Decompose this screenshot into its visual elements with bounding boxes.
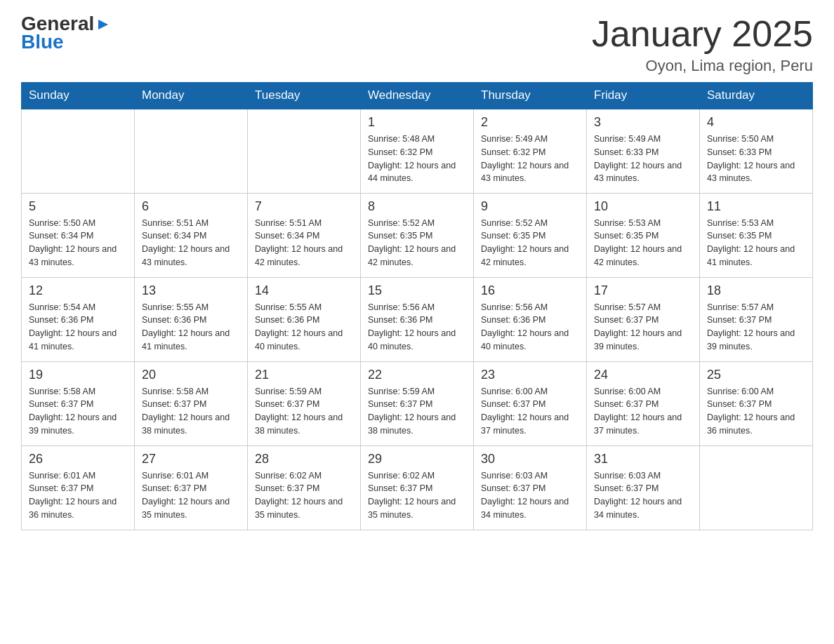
day-number: 30 (481, 452, 579, 467)
calendar-cell: 12Sunrise: 5:54 AMSunset: 6:36 PMDayligh… (22, 277, 135, 361)
day-info: Sunrise: 5:58 AMSunset: 6:37 PMDaylight:… (142, 385, 240, 438)
day-info: Sunrise: 5:55 AMSunset: 6:36 PMDaylight:… (142, 301, 240, 354)
day-info: Sunrise: 5:50 AMSunset: 6:33 PMDaylight:… (707, 133, 805, 185)
day-info: Sunrise: 5:50 AMSunset: 6:34 PMDaylight:… (29, 217, 127, 269)
calendar-header-thursday: Thursday (474, 83, 587, 109)
calendar-table: SundayMondayTuesdayWednesdayThursdayFrid… (21, 82, 813, 530)
day-number: 24 (594, 368, 692, 382)
day-info: Sunrise: 5:56 AMSunset: 6:36 PMDaylight:… (368, 301, 466, 354)
calendar-cell: 25Sunrise: 6:00 AMSunset: 6:37 PMDayligh… (700, 361, 813, 445)
calendar-cell: 8Sunrise: 5:52 AMSunset: 6:35 PMDaylight… (361, 193, 474, 277)
day-info: Sunrise: 6:00 AMSunset: 6:37 PMDaylight:… (594, 385, 692, 438)
calendar-header-sunday: Sunday (22, 83, 135, 109)
page-header: General Blue January 2025 Oyon, Lima reg… (21, 14, 813, 75)
day-number: 12 (29, 283, 127, 298)
day-number: 8 (368, 199, 466, 214)
day-info: Sunrise: 5:59 AMSunset: 6:37 PMDaylight:… (368, 385, 466, 438)
calendar-cell: 29Sunrise: 6:02 AMSunset: 6:37 PMDayligh… (361, 445, 474, 530)
day-number: 18 (707, 283, 805, 298)
day-number: 27 (142, 452, 240, 467)
calendar-cell: 24Sunrise: 6:00 AMSunset: 6:37 PMDayligh… (587, 361, 700, 445)
day-number: 10 (594, 199, 692, 214)
day-info: Sunrise: 5:52 AMSunset: 6:35 PMDaylight:… (481, 217, 579, 269)
day-info: Sunrise: 5:49 AMSunset: 6:33 PMDaylight:… (594, 133, 692, 185)
calendar-cell: 26Sunrise: 6:01 AMSunset: 6:37 PMDayligh… (22, 445, 135, 530)
calendar-week-row: 12Sunrise: 5:54 AMSunset: 6:36 PMDayligh… (22, 277, 813, 361)
day-info: Sunrise: 6:01 AMSunset: 6:37 PMDaylight:… (29, 469, 127, 522)
calendar-cell: 2Sunrise: 5:49 AMSunset: 6:32 PMDaylight… (474, 109, 587, 193)
calendar-cell: 13Sunrise: 5:55 AMSunset: 6:36 PMDayligh… (135, 277, 248, 361)
calendar-header-tuesday: Tuesday (248, 83, 361, 109)
day-info: Sunrise: 5:52 AMSunset: 6:35 PMDaylight:… (368, 217, 466, 269)
calendar-cell: 1Sunrise: 5:48 AMSunset: 6:32 PMDaylight… (361, 109, 474, 193)
day-info: Sunrise: 5:51 AMSunset: 6:34 PMDaylight:… (142, 217, 240, 269)
day-number: 7 (255, 199, 353, 214)
day-info: Sunrise: 6:00 AMSunset: 6:37 PMDaylight:… (707, 385, 805, 438)
day-info: Sunrise: 6:02 AMSunset: 6:37 PMDaylight:… (368, 469, 466, 522)
calendar-cell: 27Sunrise: 6:01 AMSunset: 6:37 PMDayligh… (135, 445, 248, 530)
calendar-week-row: 19Sunrise: 5:58 AMSunset: 6:37 PMDayligh… (22, 361, 813, 445)
title-area: January 2025 Oyon, Lima region, Peru (592, 14, 813, 75)
day-number: 20 (142, 368, 240, 382)
day-number: 21 (255, 368, 353, 382)
day-number: 3 (594, 115, 692, 130)
day-number: 13 (142, 283, 240, 298)
calendar-cell: 4Sunrise: 5:50 AMSunset: 6:33 PMDaylight… (700, 109, 813, 193)
calendar-cell: 15Sunrise: 5:56 AMSunset: 6:36 PMDayligh… (361, 277, 474, 361)
day-number: 14 (255, 283, 353, 298)
day-number: 5 (29, 199, 127, 214)
day-number: 25 (707, 368, 805, 382)
calendar-cell: 14Sunrise: 5:55 AMSunset: 6:36 PMDayligh… (248, 277, 361, 361)
day-info: Sunrise: 6:03 AMSunset: 6:37 PMDaylight:… (481, 469, 579, 522)
calendar-cell: 9Sunrise: 5:52 AMSunset: 6:35 PMDaylight… (474, 193, 587, 277)
calendar-cell: 22Sunrise: 5:59 AMSunset: 6:37 PMDayligh… (361, 361, 474, 445)
calendar-cell: 3Sunrise: 5:49 AMSunset: 6:33 PMDaylight… (587, 109, 700, 193)
day-number: 28 (255, 452, 353, 467)
calendar-cell: 28Sunrise: 6:02 AMSunset: 6:37 PMDayligh… (248, 445, 361, 530)
calendar-cell: 6Sunrise: 5:51 AMSunset: 6:34 PMDaylight… (135, 193, 248, 277)
calendar-cell: 16Sunrise: 5:56 AMSunset: 6:36 PMDayligh… (474, 277, 587, 361)
day-number: 6 (142, 199, 240, 214)
calendar-header-monday: Monday (135, 83, 248, 109)
calendar-cell (22, 109, 135, 193)
day-number: 19 (29, 368, 127, 382)
location-title: Oyon, Lima region, Peru (592, 57, 813, 75)
calendar-cell: 19Sunrise: 5:58 AMSunset: 6:37 PMDayligh… (22, 361, 135, 445)
svg-marker-0 (98, 20, 108, 29)
calendar-header-saturday: Saturday (700, 83, 813, 109)
day-info: Sunrise: 5:55 AMSunset: 6:36 PMDaylight:… (255, 301, 353, 354)
day-info: Sunrise: 6:02 AMSunset: 6:37 PMDaylight:… (255, 469, 353, 522)
calendar-cell: 7Sunrise: 5:51 AMSunset: 6:34 PMDaylight… (248, 193, 361, 277)
day-number: 11 (707, 199, 805, 214)
calendar-cell: 20Sunrise: 5:58 AMSunset: 6:37 PMDayligh… (135, 361, 248, 445)
calendar-cell: 30Sunrise: 6:03 AMSunset: 6:37 PMDayligh… (474, 445, 587, 530)
day-number: 15 (368, 283, 466, 298)
logo: General Blue (21, 14, 111, 52)
day-info: Sunrise: 5:56 AMSunset: 6:36 PMDaylight:… (481, 301, 579, 354)
day-number: 26 (29, 452, 127, 467)
day-number: 16 (481, 283, 579, 298)
day-number: 17 (594, 283, 692, 298)
day-info: Sunrise: 5:49 AMSunset: 6:32 PMDaylight:… (481, 133, 579, 185)
calendar-cell: 10Sunrise: 5:53 AMSunset: 6:35 PMDayligh… (587, 193, 700, 277)
day-number: 2 (481, 115, 579, 130)
day-number: 9 (481, 199, 579, 214)
day-info: Sunrise: 5:48 AMSunset: 6:32 PMDaylight:… (368, 133, 466, 185)
calendar-cell: 31Sunrise: 6:03 AMSunset: 6:37 PMDayligh… (587, 445, 700, 530)
day-number: 4 (707, 115, 805, 130)
day-number: 1 (368, 115, 466, 130)
day-info: Sunrise: 5:59 AMSunset: 6:37 PMDaylight:… (255, 385, 353, 438)
day-info: Sunrise: 5:53 AMSunset: 6:35 PMDaylight:… (594, 217, 692, 269)
calendar-cell: 21Sunrise: 5:59 AMSunset: 6:37 PMDayligh… (248, 361, 361, 445)
calendar-cell: 11Sunrise: 5:53 AMSunset: 6:35 PMDayligh… (700, 193, 813, 277)
logo-text-blue: Blue (21, 32, 64, 52)
calendar-cell (700, 445, 813, 530)
calendar-header-row: SundayMondayTuesdayWednesdayThursdayFrid… (22, 83, 813, 109)
calendar-week-row: 26Sunrise: 6:01 AMSunset: 6:37 PMDayligh… (22, 445, 813, 530)
day-info: Sunrise: 6:00 AMSunset: 6:37 PMDaylight:… (481, 385, 579, 438)
day-number: 22 (368, 368, 466, 382)
calendar-week-row: 1Sunrise: 5:48 AMSunset: 6:32 PMDaylight… (22, 109, 813, 193)
day-info: Sunrise: 5:58 AMSunset: 6:37 PMDaylight:… (29, 385, 127, 438)
day-info: Sunrise: 5:57 AMSunset: 6:37 PMDaylight:… (707, 301, 805, 354)
day-number: 31 (594, 452, 692, 467)
